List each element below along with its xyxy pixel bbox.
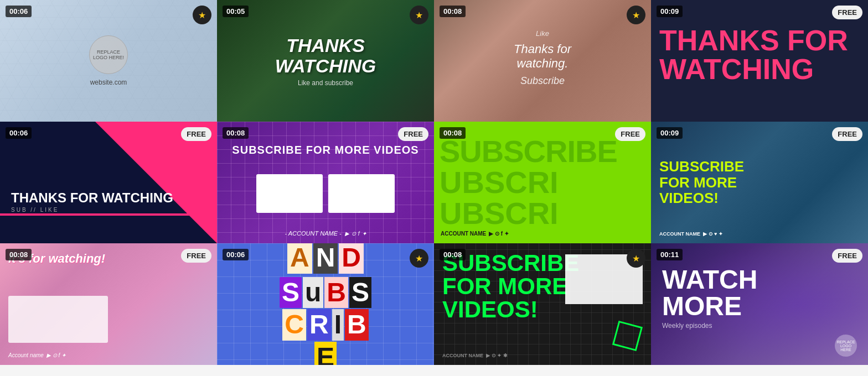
card-2-subtitle: Like and subscribe: [275, 79, 376, 86]
star-icon: ★: [627, 6, 645, 24]
card-7-badge: FREE: [615, 127, 645, 141]
card-8-title-line1: SUBSCRIBE: [659, 159, 744, 175]
card-8-time: 00:09: [657, 127, 683, 139]
card-2-title-line2: WATCHING: [275, 56, 376, 76]
card-4-badge: FREE: [832, 6, 862, 19]
card-6-badge: FREE: [398, 127, 428, 141]
free-label: FREE: [181, 249, 211, 263]
card-2-title-line1: THANKS: [275, 35, 376, 56]
card-2-time: 00:05: [223, 6, 249, 17]
card-6-social: ▶ ⊙ f ✦: [345, 231, 366, 237]
star-icon: ★: [410, 249, 428, 268]
card-2[interactable]: 00:05 ★ THANKS WATCHING Like and subscri…: [217, 0, 434, 122]
card-12-title2: MORE: [662, 293, 757, 320]
card-10-time: 00:06: [223, 249, 249, 260]
card-12-subtitle: Weekly episodes: [662, 322, 757, 330]
card-3-subscribe: Subscribe: [488, 75, 597, 87]
card-12-badge: FREE: [832, 249, 862, 263]
card-9-whitebox: [8, 296, 108, 343]
card-8-title-line3: VIDEOS!: [659, 190, 744, 206]
card-4-title-line2: WATCHING: [659, 55, 848, 83]
card-8-badge: FREE: [832, 127, 862, 141]
card-7-bottom: ACCOUNT NAME ▶ ⊙ f ✦: [441, 231, 509, 237]
free-label: FREE: [832, 127, 862, 141]
card-2-badge: ★: [410, 6, 428, 24]
card-12[interactable]: 00:11 FREE WATCH MORE Weekly episodes RE…: [651, 243, 868, 365]
card-1-website: website.com: [90, 79, 127, 86]
card-11-title3: VIDEOS!: [442, 298, 579, 321]
card-11-badge: ★: [627, 249, 645, 268]
card-12-title1: WATCH: [662, 267, 757, 293]
free-label: FREE: [398, 127, 428, 141]
card-9-social: ▶ ⊙ f ✦: [46, 352, 66, 358]
card-11-account: ACCOUNT NAME: [442, 353, 483, 358]
free-label: FREE: [832, 249, 862, 263]
card-7-time: 00:08: [440, 127, 466, 139]
card-8-social: ▶ ⊙ ♥ ✦: [703, 231, 723, 237]
card-6[interactable]: 00:08 FREE SUBSCRIBE FOR MORE VIDEOS - A…: [217, 122, 434, 243]
card-8[interactable]: 00:09 FREE SUBSCRIBE FOR MORE VIDEOS! AC…: [651, 122, 868, 243]
card-7-social: ▶ ⊙ f ✦: [489, 231, 509, 237]
card-8-bottom: ACCOUNT NAME ▶ ⊙ ♥ ✦: [659, 231, 723, 237]
card-6-time: 00:08: [223, 127, 249, 139]
card-3-badge: ★: [627, 6, 645, 24]
card-4-title-line1: THANKS FOR: [659, 26, 848, 55]
card-9-time: 00:08: [6, 249, 32, 260]
card-12-logo: REPLACE LOGO HERE: [835, 335, 857, 357]
card-6-title: SUBSCRIBE FOR MORE VIDEOS: [232, 144, 418, 156]
card-10-ransom: LIKE AND SuBSCRIBE: [271, 243, 380, 365]
free-label: FREE: [181, 127, 211, 141]
card-11-social: ▶ ⊙ ✦ ✱: [486, 353, 508, 358]
card-9-badge: FREE: [181, 249, 211, 263]
free-label: FREE: [615, 127, 645, 141]
card-9-account: Account name: [8, 352, 44, 358]
card-5[interactable]: 00:06 FREE THANKS FOR WATCHING SUB // LI…: [0, 122, 217, 243]
card-3-time: 00:08: [440, 6, 466, 17]
card-10-badge: ★: [410, 249, 428, 268]
card-5-title: THANKS FOR WATCHING: [11, 190, 173, 206]
card-5-line: [0, 213, 217, 216]
star-icon: ★: [410, 6, 428, 24]
card-6-thumbnails: [256, 174, 395, 213]
card-7-account: ACCOUNT NAME: [441, 231, 486, 237]
thumb-2: [328, 174, 395, 213]
card-7-bg-text3: UBSCRI: [440, 198, 645, 229]
card-8-title-line2: FOR MORE: [659, 175, 744, 191]
card-12-time: 00:11: [657, 249, 683, 260]
card-3[interactable]: 00:08 ★ Like Thanks for watching. Subscr…: [434, 0, 651, 122]
card-9-bottom: Account name ▶ ⊙ f ✦: [8, 352, 66, 358]
card-6-account: - ACCOUNT NAME -: [285, 230, 341, 237]
card-11-title2: FOR MORE: [442, 275, 579, 298]
card-9[interactable]: 00:08 FREE It's for watching! Account na…: [0, 243, 217, 365]
card-7-bg-text: SUBSCRIBE: [440, 136, 645, 167]
template-grid: 00:06 ★ REPLACE LOGO HERE! website.com 0…: [0, 0, 868, 365]
card-4-time: 00:09: [657, 6, 683, 17]
thumb-1: [256, 174, 323, 213]
card-6-account-row: - ACCOUNT NAME - ▶ ⊙ f ✦: [285, 230, 366, 237]
card-3-like: Like: [488, 29, 597, 38]
card-3-title: Thanks for watching.: [488, 42, 597, 71]
card-5-subtitle: SUB // LIKE: [11, 207, 173, 213]
card-5-badge: FREE: [181, 127, 211, 141]
free-label: FREE: [832, 6, 862, 19]
card-7-bg-text2: UBSCRI: [440, 167, 645, 198]
card-4[interactable]: 00:09 FREE THANKS FOR WATCHING: [651, 0, 868, 122]
card-1[interactable]: 00:06 ★ REPLACE LOGO HERE! website.com: [0, 0, 217, 122]
card-7[interactable]: 00:08 FREE SUBSCRIBE UBSCRI UBSCRI ACCOU…: [434, 122, 651, 243]
card-1-logo: REPLACE LOGO HERE!: [89, 35, 128, 74]
card-1-time: 00:06: [6, 6, 32, 17]
card-11-time: 00:08: [440, 249, 466, 260]
card-1-badge: ★: [193, 6, 211, 24]
star-icon: ★: [627, 249, 645, 268]
card-11[interactable]: 00:08 ★ SUBSCRIBE FOR MORE VIDEOS! ACCOU…: [434, 243, 651, 365]
star-icon: ★: [193, 6, 211, 24]
card-11-bottom: ACCOUNT NAME ▶ ⊙ ✦ ✱: [442, 353, 508, 358]
card-5-time: 00:06: [6, 127, 32, 139]
card-10[interactable]: 00:06 ★ LIKE AND SuBSCRIBE website.com: [217, 243, 434, 365]
card-8-account: ACCOUNT NAME: [659, 231, 700, 237]
